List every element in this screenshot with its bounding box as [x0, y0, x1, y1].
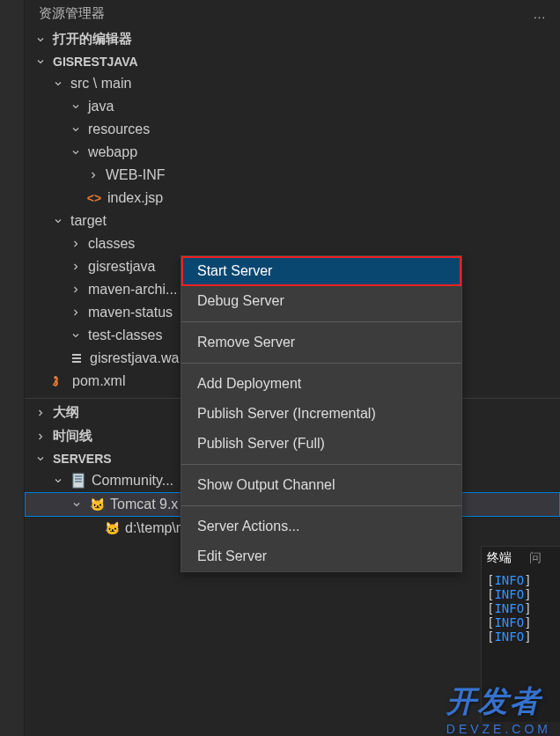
outline-label: 大纲 — [53, 404, 79, 421]
chevron-right-icon — [86, 168, 100, 182]
chevron-right-icon — [69, 305, 83, 320]
menu-edit-server[interactable]: Edit Server — [181, 541, 461, 571]
folder-label: src \ main — [70, 76, 131, 92]
server-label: Tomcat 9.x — [110, 497, 178, 512]
activity-bar[interactable] — [0, 0, 25, 736]
terminal-line: [INFO] — [487, 615, 555, 629]
svg-rect-1 — [72, 357, 81, 359]
timeline-label: 时间线 — [53, 428, 92, 445]
chevron-down-icon — [51, 77, 65, 91]
chevron-down-icon — [33, 33, 48, 47]
xml-icon — [51, 373, 67, 389]
context-menu: Start Server Debug Server Remove Server … — [181, 255, 462, 572]
jsp-icon: <> — [86, 190, 102, 206]
svg-point-3 — [54, 376, 57, 379]
menu-add-deployment[interactable]: Add Deployment — [181, 369, 461, 399]
menu-debug-server[interactable]: Debug Server — [181, 286, 461, 316]
folder-webinf[interactable]: WEB-INF — [25, 164, 560, 187]
chevron-right-icon — [69, 260, 83, 274]
folder-label: webapp — [88, 144, 137, 160]
servers-label: SERVERS — [53, 452, 112, 466]
more-icon[interactable]: … — [533, 6, 546, 21]
tomcat-icon: 🐱 — [89, 497, 105, 512]
chevron-down-icon — [33, 452, 48, 466]
folder-label: test-classes — [88, 328, 162, 343]
svg-rect-7 — [75, 481, 82, 482]
chevron-right-icon — [69, 237, 83, 251]
tab-problems[interactable]: 问 — [529, 550, 542, 566]
file-icon — [69, 350, 85, 366]
chevron-down-icon — [69, 99, 83, 114]
terminal-line: [INFO] — [487, 587, 555, 601]
chevron-down-icon — [33, 55, 48, 69]
server-icon — [70, 473, 86, 489]
file-label: pom.xml — [72, 373, 125, 389]
chevron-down-icon — [51, 474, 65, 488]
tab-terminal[interactable]: 终端 — [487, 550, 512, 566]
file-label: index.jsp — [107, 190, 163, 206]
svg-rect-5 — [75, 475, 82, 477]
folder-label: WEB-INF — [106, 167, 166, 183]
terminal-line: [INFO] — [487, 601, 555, 615]
folder-target[interactable]: target — [25, 210, 560, 232]
terminal-panel: 终端 问 [INFO] [INFO] [INFO] [INFO] [INFO] — [481, 546, 560, 722]
chevron-down-icon — [51, 214, 65, 228]
chevron-right-icon — [69, 283, 83, 297]
panel-header: 资源管理器 … — [25, 0, 560, 27]
menu-publish-full[interactable]: Publish Server (Full) — [181, 429, 461, 459]
chevron-down-icon — [69, 122, 83, 136]
menu-start-server[interactable]: Start Server — [181, 256, 461, 286]
svg-rect-2 — [72, 361, 81, 363]
terminal-line: [INFO] — [487, 573, 555, 587]
folder-srcmain[interactable]: src \ main — [25, 72, 560, 95]
svg-rect-6 — [75, 478, 82, 480]
menu-publish-incremental[interactable]: Publish Server (Incremental) — [181, 399, 461, 429]
menu-separator — [181, 321, 461, 322]
folder-label: target — [70, 213, 107, 229]
menu-separator — [181, 464, 461, 465]
server-label: Community... — [92, 473, 173, 489]
folder-label: classes — [88, 236, 135, 252]
menu-server-actions[interactable]: Server Actions... — [181, 512, 461, 541]
folder-label: gisrestjava — [88, 259, 155, 275]
folder-label: resources — [88, 121, 150, 137]
folder-webapp[interactable]: webapp — [25, 141, 560, 164]
svg-rect-0 — [72, 354, 81, 356]
menu-separator — [181, 505, 461, 506]
menu-separator — [181, 363, 461, 364]
chevron-right-icon — [33, 406, 48, 420]
project-label: GISRESTJAVA — [53, 55, 138, 69]
terminal-line: [INFO] — [487, 629, 555, 644]
folder-label: java — [88, 99, 114, 114]
section-project[interactable]: GISRESTJAVA — [25, 51, 560, 72]
folder-classes[interactable]: classes — [25, 232, 560, 255]
open-editors-label: 打开的编辑器 — [53, 31, 132, 48]
folder-java[interactable]: java — [25, 95, 560, 118]
folder-label: maven-status — [88, 305, 173, 320]
chevron-down-icon — [70, 497, 84, 512]
menu-show-output[interactable]: Show Output Channel — [181, 470, 461, 500]
folder-label: maven-archi... — [88, 282, 177, 298]
tomcat-icon: 🐱 — [104, 520, 120, 536]
folder-resources[interactable]: resources — [25, 118, 560, 141]
chevron-down-icon — [69, 328, 83, 342]
terminal-tabs[interactable]: 终端 问 — [487, 550, 555, 566]
file-indexjsp[interactable]: <> index.jsp — [25, 187, 560, 210]
panel-title: 资源管理器 — [39, 5, 524, 22]
menu-remove-server[interactable]: Remove Server — [181, 328, 461, 357]
file-label: gisrestjava.wa... — [90, 350, 191, 366]
chevron-down-icon — [69, 145, 83, 159]
chevron-right-icon — [33, 430, 48, 444]
section-open-editors[interactable]: 打开的编辑器 — [25, 27, 560, 51]
